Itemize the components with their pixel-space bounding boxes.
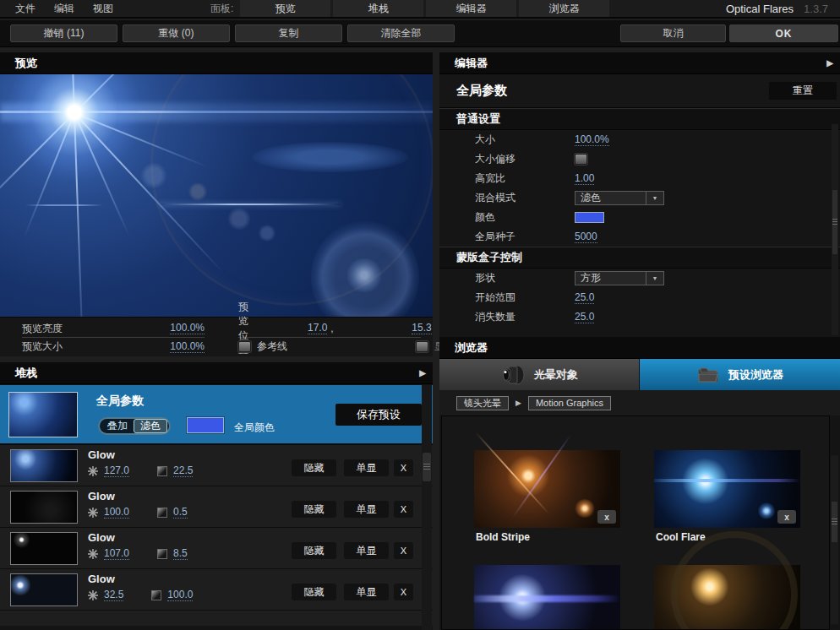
stack-item-glow-4[interactable]: Glow 32.5 100.0 隐藏 单显 X [0,569,433,611]
browser-scrollbar-handle[interactable] [832,502,837,542]
panel-tab-editor[interactable]: 编辑器 [426,0,516,17]
stack-item-name: Glow [88,490,115,502]
stack-panel-header: 堆栈 ▶ [0,362,433,384]
chevron-down-icon[interactable]: ▼ [646,272,663,285]
preview-size-value[interactable]: 100.0% [170,341,205,353]
stack-item-hoop-partial[interactable]: Hoop [0,611,433,626]
flare-dot [574,499,596,518]
undo-button[interactable]: 撤销 (11) [10,24,117,42]
stack-item-glow-3[interactable]: Glow 107.0 8.5 隐藏 单显 X [0,528,433,569]
panel-tab-browser[interactable]: 浏览器 [519,0,609,17]
stack-item-glow-1[interactable]: Glow 127.0 22.5 隐藏 单显 X [0,445,433,486]
brightness-value[interactable]: 100.0 [104,507,129,519]
redo-button[interactable]: 重做 (0) [123,24,230,42]
preview-position-y[interactable]: 15.3 [412,323,431,334]
editor-scrollbar[interactable] [832,124,838,335]
stack-scrollbar[interactable] [422,385,432,630]
tab-flare-objects[interactable]: 光晕对象 [439,359,640,390]
brightness-icon [88,549,98,559]
brightness-value[interactable]: 32.5 [104,589,123,601]
delete-button[interactable]: X [394,542,413,559]
general-settings-label: 普通设置 [456,111,500,127]
hide-button[interactable]: 隐藏 [292,501,336,518]
solo-button[interactable]: 单显 [344,542,389,559]
stack-list: 全局参数 叠加 滤色 全局颜色 保存预设 Glow 127.0 22.5 隐藏 … [0,385,433,630]
delete-button[interactable]: X [394,501,413,518]
param-seed: 全局种子 5000 [439,227,840,247]
scale-value[interactable]: 8.5 [173,548,188,560]
param-start-range: 开始范围 25.0 [439,288,840,307]
panel-expand-icon[interactable]: ▶ [826,58,833,68]
browser-scrollbar[interactable] [831,455,838,624]
stack-item-glow-2[interactable]: Glow 100.0 0.5 隐藏 单显 X [0,486,433,528]
start-range-value[interactable]: 25.0 [575,292,594,304]
lens-icon [500,365,526,385]
tab-flare-objects-label: 光晕对象 [534,367,578,383]
chevron-down-icon[interactable]: ▼ [646,192,663,204]
editor-scrollbar-handle[interactable] [832,190,837,254]
flare-anamorphic-glow [252,142,408,172]
param-falloff: 消失数量 25.0 [439,307,840,327]
cancel-button[interactable]: 取消 [620,24,726,42]
hide-button[interactable]: 隐藏 [292,459,336,476]
solo-button[interactable]: 单显 [344,501,389,518]
delete-button[interactable]: X [394,584,413,600]
scale-value[interactable]: 22.5 [173,465,193,477]
preset-delete-button[interactable]: x [597,510,616,524]
preview-position-x[interactable]: 17.0 [308,323,327,334]
size-value[interactable]: 100.0% [575,134,609,146]
flare-ring [671,531,798,630]
menu-edit[interactable]: 编辑 [45,0,84,17]
blend-toggle-overlay[interactable]: 叠加 [101,420,134,432]
app-title: Optical Flares 1.3.7 [726,0,840,17]
preview-brightness-value[interactable]: 100.0% [170,323,205,334]
show-bg-checkbox[interactable] [416,341,428,352]
menu-view[interactable]: 视图 [84,0,123,17]
panel-expand-icon[interactable]: ▶ [419,368,426,377]
preset-delete-button[interactable]: x [777,510,796,524]
duplicate-button[interactable]: 复制 [235,24,342,42]
breadcrumb-motion-graphics[interactable]: Motion Graphics [528,396,611,410]
flare-dot [188,182,208,201]
shape-dropdown[interactable]: 方形 ▼ [575,271,664,285]
solo-button[interactable]: 单显 [344,459,389,476]
aspect-value[interactable]: 1.00 [575,173,594,185]
tab-preset-browser-label: 预设浏览器 [728,367,783,383]
stack-scrollbar-handle[interactable] [423,453,431,481]
clear-all-button[interactable]: 清除全部 [347,24,455,42]
delete-button[interactable]: X [394,459,413,476]
scale-value[interactable]: 100.0 [167,589,193,601]
ok-button[interactable]: OK [729,24,838,42]
stack-item-thumbnail [10,532,78,565]
reset-button[interactable]: 重置 [769,82,837,100]
blend-toggle[interactable]: 叠加 滤色 [98,417,171,435]
preset-thumbnail-partial[interactable] [654,565,800,630]
solo-button[interactable]: 单显 [344,584,389,600]
color-swatch[interactable] [575,212,604,223]
menu-file[interactable]: 文件 [0,0,45,17]
panel-tab-preview[interactable]: 预览 [240,0,330,17]
tab-preset-browser[interactable]: 预设浏览器 [640,359,840,390]
preset-bold-stripe[interactable]: x [474,450,620,528]
save-preset-button[interactable]: 保存预设 [335,404,422,426]
preset-cool-flare[interactable]: x [654,450,800,528]
hide-button[interactable]: 隐藏 [292,584,336,600]
brightness-value[interactable]: 127.0 [104,465,129,477]
seed-value[interactable]: 5000 [575,231,597,243]
panel-tab-stack[interactable]: 堆栈 [333,0,423,17]
blend-toggle-screen[interactable]: 滤色 [134,419,167,433]
preset-name: Bold Stripe [476,531,530,543]
size-offset-checkbox[interactable] [575,154,587,165]
global-color-swatch[interactable] [187,417,224,433]
guides-checkbox[interactable] [238,341,251,352]
brightness-value[interactable]: 107.0 [104,548,129,560]
breadcrumb-lens-flares[interactable]: 镜头光晕 [456,396,509,410]
blend-mode-dropdown[interactable]: 滤色 ▼ [575,191,664,205]
falloff-value[interactable]: 25.0 [575,312,594,323]
preview-canvas[interactable] [0,74,433,317]
hide-button[interactable]: 隐藏 [292,542,336,559]
folder-icon [696,366,720,384]
preset-thumbnail-partial[interactable] [474,565,620,630]
scale-value[interactable]: 0.5 [173,507,188,519]
stack-item-global-selected[interactable]: 全局参数 叠加 滤色 全局颜色 保存预设 [0,385,433,445]
